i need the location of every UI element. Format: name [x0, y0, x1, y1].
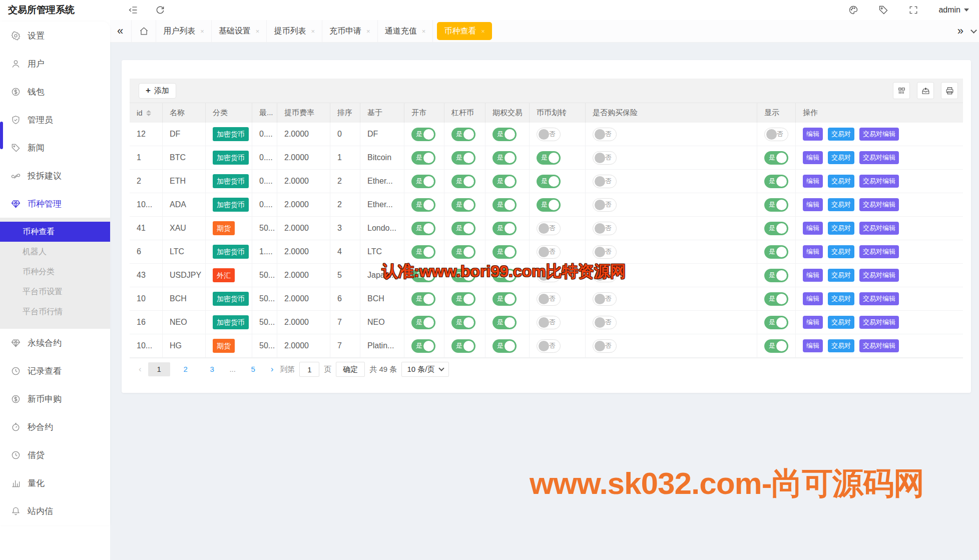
- pair-edit-button[interactable]: 交易对编辑: [859, 316, 899, 329]
- edit-button[interactable]: 编辑: [803, 151, 823, 164]
- toggle-show[interactable]: 是: [764, 316, 788, 329]
- edit-button[interactable]: 编辑: [803, 222, 823, 235]
- page-button-3[interactable]: 3: [201, 362, 223, 376]
- tab-充币申请[interactable]: 充币申请×: [322, 20, 378, 43]
- edit-button[interactable]: 编辑: [803, 175, 823, 188]
- toggle-leverage[interactable]: 是: [451, 245, 475, 259]
- pair-edit-button[interactable]: 交易对编辑: [859, 151, 899, 164]
- toggle-open-market[interactable]: 是: [411, 128, 435, 141]
- toggle-insurance[interactable]: 否: [593, 222, 617, 235]
- toggle-option-trade[interactable]: 是: [493, 151, 517, 165]
- toggle-option-trade[interactable]: 是: [493, 198, 517, 212]
- toggle-insurance[interactable]: 否: [593, 151, 617, 165]
- sidebar-item-news[interactable]: 新闻: [0, 134, 110, 162]
- pair-button[interactable]: 交易对: [828, 222, 854, 235]
- pair-button[interactable]: 交易对: [828, 175, 854, 188]
- goto-confirm-button[interactable]: 确定: [336, 362, 365, 377]
- toggle-option-trade[interactable]: 是: [493, 339, 517, 353]
- fullscreen-icon[interactable]: [908, 5, 918, 15]
- toggle-show[interactable]: 是: [764, 269, 788, 282]
- refresh-icon[interactable]: [155, 5, 165, 15]
- sidebar-item-wallet[interactable]: 钱包: [0, 78, 110, 106]
- menu-fold-icon[interactable]: [128, 5, 138, 15]
- toggle-option-trade[interactable]: 是: [493, 222, 517, 235]
- toggle-coin-transfer[interactable]: 否: [537, 339, 561, 353]
- toggle-show[interactable]: 是: [764, 222, 788, 235]
- sidebar-item-new-coin[interactable]: 新币申购: [0, 385, 110, 413]
- toggle-open-market[interactable]: 是: [411, 222, 435, 235]
- sort-icon[interactable]: [146, 110, 151, 116]
- sidebar-item-users[interactable]: 用户: [0, 50, 110, 78]
- pair-button[interactable]: 交易对: [828, 198, 854, 211]
- toggle-insurance[interactable]: 否: [593, 128, 617, 141]
- sidebar-item-robot[interactable]: 机器人: [0, 242, 110, 262]
- pair-button[interactable]: 交易对: [828, 269, 854, 282]
- sidebar-item-mail[interactable]: 站内信: [0, 497, 110, 525]
- sidebar-item-feedback[interactable]: 投拆建议: [0, 162, 110, 190]
- toggle-show[interactable]: 是: [764, 151, 788, 165]
- page-size-select[interactable]: 10 条/页: [401, 362, 449, 377]
- toggle-leverage[interactable]: 是: [451, 198, 475, 212]
- toggle-leverage[interactable]: 是: [451, 316, 475, 329]
- user-menu[interactable]: admin: [938, 6, 969, 15]
- sidebar-item-platform-coin-market[interactable]: 平台币行情: [0, 302, 110, 322]
- close-icon[interactable]: ×: [366, 28, 370, 35]
- toggle-coin-transfer[interactable]: 否: [537, 316, 561, 329]
- edit-button[interactable]: 编辑: [803, 316, 823, 329]
- toggle-insurance[interactable]: 否: [593, 316, 617, 329]
- toggle-coin-transfer[interactable]: 否: [537, 245, 561, 259]
- pair-edit-button[interactable]: 交易对编辑: [859, 245, 899, 258]
- toggle-show[interactable]: 是: [764, 175, 788, 188]
- toggle-open-market[interactable]: 是: [411, 151, 435, 165]
- toggle-leverage[interactable]: 是: [451, 128, 475, 141]
- columns-icon[interactable]: [893, 82, 910, 99]
- toggle-insurance[interactable]: 否: [593, 292, 617, 306]
- next-page-button[interactable]: ›: [269, 364, 276, 374]
- sidebar-item-settings[interactable]: 设置: [0, 22, 110, 50]
- tab-用户列表[interactable]: 用户列表×: [156, 20, 212, 43]
- goto-page-input[interactable]: [299, 362, 319, 377]
- pair-edit-button[interactable]: 交易对编辑: [859, 175, 899, 188]
- palette-icon[interactable]: [848, 5, 858, 15]
- toggle-coin-transfer[interactable]: 否: [537, 222, 561, 235]
- toggle-leverage[interactable]: 是: [451, 151, 475, 165]
- toggle-option-trade[interactable]: 是: [493, 175, 517, 188]
- tabs-scroll-left-button[interactable]: «: [110, 26, 131, 37]
- tabs-menu-chevron-icon[interactable]: [970, 27, 977, 34]
- toggle-coin-transfer[interactable]: 是: [537, 151, 561, 165]
- pair-button[interactable]: 交易对: [828, 339, 854, 352]
- sidebar-item-records[interactable]: 记录查看: [0, 357, 110, 385]
- pair-button[interactable]: 交易对: [828, 292, 854, 305]
- edit-button[interactable]: 编辑: [803, 269, 823, 282]
- page-button-1[interactable]: 1: [148, 362, 170, 376]
- tag-icon[interactable]: [878, 5, 888, 15]
- export-icon[interactable]: [917, 82, 934, 99]
- pair-button[interactable]: 交易对: [828, 316, 854, 329]
- sidebar-item-coin-view[interactable]: 币种查看: [0, 222, 110, 242]
- toggle-show[interactable]: 是: [764, 245, 788, 259]
- column-header-0[interactable]: id: [130, 103, 163, 123]
- tab-基础设置[interactable]: 基础设置×: [212, 20, 267, 43]
- edit-button[interactable]: 编辑: [803, 128, 823, 141]
- toggle-show[interactable]: 否: [764, 128, 788, 141]
- sidebar-item-coin-category[interactable]: 币种分类: [0, 262, 110, 282]
- tab-币种查看[interactable]: 币种查看×: [437, 22, 492, 40]
- toggle-open-market[interactable]: 是: [411, 339, 435, 353]
- toggle-coin-transfer[interactable]: 否: [537, 128, 561, 141]
- toggle-leverage[interactable]: 是: [451, 222, 475, 235]
- pair-edit-button[interactable]: 交易对编辑: [859, 339, 899, 352]
- edit-button[interactable]: 编辑: [803, 292, 823, 305]
- sidebar-scrollbar-thumb[interactable]: [0, 122, 3, 149]
- add-button[interactable]: + 添加: [139, 83, 176, 99]
- close-icon[interactable]: ×: [256, 28, 260, 35]
- close-icon[interactable]: ×: [200, 28, 204, 35]
- toggle-open-market[interactable]: 是: [411, 175, 435, 188]
- pair-edit-button[interactable]: 交易对编辑: [859, 222, 899, 235]
- toggle-open-market[interactable]: 是: [411, 316, 435, 329]
- toggle-open-market[interactable]: 是: [411, 292, 435, 306]
- toggle-leverage[interactable]: 是: [451, 292, 475, 306]
- toggle-insurance[interactable]: 否: [593, 175, 617, 188]
- sidebar-item-second-contract[interactable]: 秒合约: [0, 413, 110, 441]
- edit-button[interactable]: 编辑: [803, 245, 823, 258]
- sidebar-item-loan[interactable]: 借贷: [0, 441, 110, 469]
